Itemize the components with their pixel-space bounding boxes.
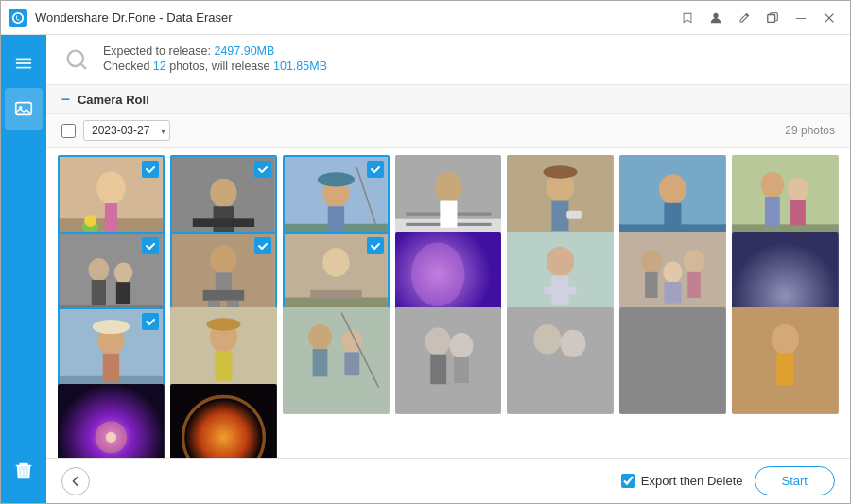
sidebar-item-photos[interactable]: [5, 88, 43, 130]
svg-rect-23: [327, 206, 343, 232]
svg-rect-1: [768, 14, 775, 22]
svg-rect-30: [440, 201, 457, 228]
svg-rect-102: [777, 354, 794, 386]
close-btn[interactable]: [816, 5, 842, 31]
svg-rect-80: [103, 354, 119, 382]
sidebar-item-erase[interactable]: [5, 450, 43, 492]
bookmark-btn[interactable]: [674, 5, 701, 31]
content-area: Expected to release: 2497.90MB Checked 1…: [46, 35, 850, 503]
svg-point-101: [772, 324, 799, 355]
svg-rect-45: [790, 200, 806, 225]
export-label: Export then Delete: [641, 474, 743, 488]
photo-item[interactable]: [619, 307, 726, 414]
photo-item[interactable]: [507, 307, 614, 414]
photo-item[interactable]: [58, 384, 165, 459]
check-badge: [367, 237, 384, 254]
section-header: – Camera Roll: [46, 85, 850, 114]
svg-rect-51: [116, 282, 130, 304]
check-badge: [367, 161, 384, 178]
svg-point-83: [206, 318, 240, 331]
photo-grid: [46, 148, 850, 458]
back-button[interactable]: [61, 467, 90, 495]
svg-point-29: [434, 172, 461, 202]
check-badge: [254, 161, 271, 178]
svg-point-16: [210, 179, 236, 207]
svg-point-14: [84, 215, 96, 227]
edit-btn[interactable]: [731, 5, 757, 31]
svg-point-63: [410, 242, 463, 306]
search-icon: [61, 44, 92, 75]
section-title: Camera Roll: [78, 93, 149, 107]
svg-point-53: [210, 244, 236, 272]
date-select[interactable]: 2023-03-27: [83, 120, 170, 141]
svg-rect-73: [688, 271, 702, 297]
svg-point-94: [449, 333, 473, 358]
restore-btn[interactable]: [759, 5, 786, 31]
check-badge: [254, 237, 271, 254]
date-left: 2023-03-27: [61, 120, 170, 141]
svg-point-105: [106, 431, 116, 442]
svg-rect-3: [16, 62, 32, 64]
photo-item[interactable]: [732, 307, 839, 414]
export-option: Export then Delete: [621, 474, 743, 488]
svg-point-44: [788, 178, 809, 201]
svg-point-86: [308, 324, 332, 350]
info-line-1: Expected to release: 2497.90MB: [103, 44, 327, 58]
svg-point-38: [659, 174, 686, 204]
photo-item[interactable]: [170, 384, 277, 459]
app-window: Wondershare Dr.Fone - Data Eraser: [0, 0, 851, 504]
export-checkbox[interactable]: [621, 474, 635, 488]
svg-rect-18: [193, 218, 254, 227]
svg-rect-84: [215, 351, 232, 381]
svg-point-69: [641, 250, 663, 273]
svg-point-7: [68, 51, 83, 66]
app-icon: [9, 9, 27, 27]
svg-rect-93: [430, 355, 446, 385]
svg-rect-35: [567, 211, 582, 219]
svg-point-0: [713, 12, 718, 17]
minimize-btn[interactable]: [788, 5, 814, 31]
svg-rect-91: [395, 307, 502, 414]
app-title: Wondershare Dr.Fone - Data Eraser: [35, 10, 674, 25]
svg-point-71: [664, 261, 683, 283]
svg-rect-61: [310, 289, 361, 298]
date-select-wrap: 2023-03-27: [83, 120, 170, 141]
window-controls: [674, 5, 842, 31]
svg-point-22: [318, 172, 355, 186]
svg-point-33: [544, 165, 578, 179]
svg-rect-74: [665, 282, 682, 304]
svg-point-65: [547, 246, 574, 276]
svg-point-70: [684, 250, 705, 273]
svg-rect-95: [454, 357, 469, 383]
svg-rect-39: [665, 203, 682, 234]
info-bar: Expected to release: 2497.90MB Checked 1…: [46, 35, 850, 85]
svg-rect-2: [16, 59, 32, 61]
svg-point-10: [96, 171, 125, 204]
svg-rect-99: [619, 307, 726, 414]
titlebar: Wondershare Dr.Fone - Data Eraser: [1, 1, 850, 35]
svg-rect-43: [765, 197, 780, 227]
svg-point-92: [425, 327, 450, 355]
user-btn[interactable]: [703, 5, 729, 31]
date-bar: 2023-03-27 29 photos: [46, 114, 850, 148]
info-text: Expected to release: 2497.90MB Checked 1…: [103, 44, 327, 73]
svg-point-60: [322, 248, 349, 276]
photo-count: 29 photos: [785, 124, 835, 137]
main-layout: Expected to release: 2497.90MB Checked 1…: [1, 35, 850, 503]
info-line-2: Checked 12 photos, will release 101.85MB: [103, 60, 327, 73]
svg-point-42: [761, 172, 785, 198]
photo-item[interactable]: [395, 307, 502, 414]
svg-rect-5: [16, 103, 32, 115]
sidebar: [1, 35, 46, 503]
sidebar-item-home[interactable]: [5, 43, 43, 84]
svg-point-50: [114, 262, 133, 283]
start-button[interactable]: Start: [755, 466, 835, 495]
svg-rect-34: [552, 201, 569, 232]
svg-rect-49: [92, 279, 106, 304]
svg-rect-4: [16, 67, 32, 69]
photo-item[interactable]: [283, 307, 390, 414]
date-checkbox[interactable]: [61, 124, 76, 138]
svg-rect-72: [645, 271, 658, 297]
section-collapse-icon[interactable]: –: [61, 91, 70, 108]
check-badge: [142, 161, 159, 178]
